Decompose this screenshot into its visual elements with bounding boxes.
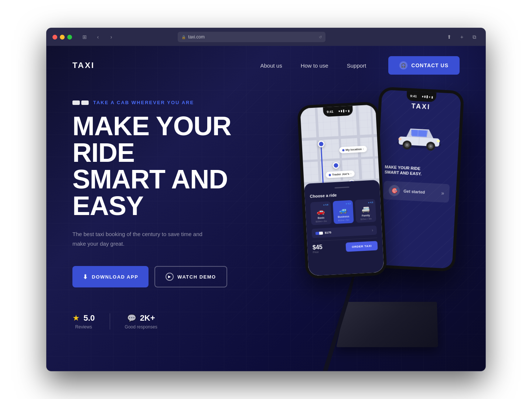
browser-nav: ⊞ ‹ › xyxy=(79,32,116,42)
choose-ride-title: Choose a ride xyxy=(310,191,375,199)
tab-overview-button[interactable]: ⧉ xyxy=(469,32,480,42)
phone-status-icons: ▾ ▮ xyxy=(338,109,349,113)
car-svg xyxy=(393,122,446,154)
nav-how-to-use[interactable]: How to use xyxy=(301,62,328,69)
ride-card-business[interactable]: ● 4.2 🚙 Business $12mi • 5m xyxy=(332,200,354,224)
addr-left: $175 xyxy=(316,231,331,235)
signal-1 xyxy=(338,110,340,112)
new-tab-button[interactable]: + xyxy=(457,32,467,42)
trader-label: Trader Joe's xyxy=(332,172,349,176)
forward-button[interactable]: › xyxy=(106,32,116,42)
ride-card-family[interactable]: ● 4.5 🚐 Family $15mi • 0m xyxy=(355,199,376,223)
ride-info-family: $15mi • 0m xyxy=(361,218,372,221)
order-label: Price xyxy=(313,250,323,253)
url-text: taxi.com xyxy=(188,34,205,40)
hero-title-line2: SMART AND EASY xyxy=(72,164,228,221)
back-button[interactable]: ‹ xyxy=(93,32,103,42)
watch-demo-button[interactable]: ▶ WATCH DEMO xyxy=(154,266,227,287)
phone2-time: 9:41 xyxy=(410,94,417,98)
taxi-dots-icon xyxy=(72,100,89,105)
ride-basic-rating: ● 4.8 xyxy=(323,204,328,206)
map-label-location: My location › xyxy=(339,146,367,153)
hero-title: MAKE YOUR RIDE SMART AND EASY xyxy=(72,113,279,219)
stat-rating: ★ 5.0 Reviews xyxy=(72,313,110,330)
order-row: $45 Price ORDER TAXI xyxy=(312,238,378,254)
tagline-row: TAKE A CAB WHEREVER YOU ARE xyxy=(72,100,279,105)
signal-2 xyxy=(341,110,342,112)
ride-type-basic: Basic xyxy=(318,216,325,219)
phone2-map-bg xyxy=(373,90,461,269)
contact-btn-label: CONTACT US xyxy=(411,62,449,68)
play-icon: ▶ xyxy=(166,273,174,281)
responses-value: 2K+ xyxy=(140,313,155,323)
download-label: DOWNLOAD APP xyxy=(92,274,139,280)
share-button[interactable]: ⬆ xyxy=(444,32,454,42)
get-started-text: Get started xyxy=(403,189,438,195)
maximize-button[interactable] xyxy=(67,35,72,40)
label-arrow-2: › xyxy=(350,172,351,175)
ride-family-rating: ● 4.5 xyxy=(368,201,373,204)
hero-tagline: TAKE A CAB WHEREVER YOU ARE xyxy=(93,100,194,105)
phone-time: 9:41 xyxy=(327,110,334,114)
map-pin-2 xyxy=(332,162,340,169)
addr-stripe xyxy=(316,232,323,235)
svg-rect-11 xyxy=(398,138,401,140)
lock-icon: 🔒 xyxy=(181,35,186,39)
signal-3 xyxy=(343,109,344,112)
phone2-status: ▾ ▮ xyxy=(422,95,433,99)
car-icon-basic: 🚗 xyxy=(317,207,325,216)
chat-icon: 💬 xyxy=(127,314,136,323)
label-arrow: › xyxy=(363,147,364,151)
reload-icon[interactable]: ↺ xyxy=(319,35,322,39)
svg-rect-2 xyxy=(411,130,418,136)
taxi-dot-1 xyxy=(72,100,80,105)
ride-type-business: Business xyxy=(338,215,349,218)
phone-pedestal xyxy=(336,302,438,347)
download-icon: ⬇ xyxy=(83,273,88,280)
phone2-car-illustration xyxy=(389,116,450,160)
site-content: TAXI About us How to use Support 🎧 CONTA… xyxy=(47,46,485,371)
contact-button[interactable]: 🎧 CONTACT US xyxy=(388,56,460,75)
phone-main: 9:41 ▾ ▮ xyxy=(297,102,387,279)
ride-options: ● 4.8 🚗 Basic $10mi • 2m ● 4.2 🚙 Busines… xyxy=(310,199,376,225)
address-price-row: $175 › xyxy=(311,226,377,238)
ride-info-business: $12mi • 5m xyxy=(338,219,349,222)
address-price: $175 xyxy=(325,231,331,235)
demo-label: WATCH DEMO xyxy=(177,274,216,280)
contact-icon: 🎧 xyxy=(399,61,407,69)
taxi-dot-2 xyxy=(81,100,89,105)
car-icon-business: 🚙 xyxy=(339,206,347,215)
nav-about[interactable]: About us xyxy=(260,62,282,69)
order-price-section: $45 Price xyxy=(313,244,323,253)
minimize-button[interactable] xyxy=(60,35,65,40)
phone2-notch: 9:41 ▾ ▮ xyxy=(406,91,436,102)
logo: TAXI xyxy=(72,61,95,70)
order-taxi-button[interactable]: ORDER TAXI xyxy=(346,241,378,252)
battery2-icon: ▮ xyxy=(431,95,433,99)
address-bar[interactable]: 🔒 taxi.com ↺ xyxy=(178,32,325,42)
nav-support[interactable]: Support xyxy=(347,62,366,69)
phone2-screen: TAXI xyxy=(373,90,461,269)
star-icon: ★ xyxy=(72,313,80,323)
svg-rect-10 xyxy=(437,140,440,142)
panel-handle xyxy=(335,187,349,188)
navbar: TAXI About us How to use Support 🎧 CONTA… xyxy=(47,46,485,85)
get-started-row[interactable]: 🎯 Get started » xyxy=(383,181,450,202)
sidebar-toggle[interactable]: ⊞ xyxy=(79,32,90,42)
traffic-lights xyxy=(52,35,72,40)
label-dot-2 xyxy=(329,174,331,176)
wifi2-icon: ▾ xyxy=(429,95,430,99)
signal2-2 xyxy=(424,96,425,98)
hero-section: TAKE A CAB WHEREVER YOU ARE MAKE YOUR RI… xyxy=(47,85,485,340)
rating-value: 5.0 xyxy=(83,313,95,323)
logo-text: TAXI xyxy=(72,61,95,70)
download-app-button[interactable]: ⬇ DOWNLOAD APP xyxy=(72,266,149,287)
addr-arrow: › xyxy=(372,228,373,232)
ride-info-basic: $10mi • 2m xyxy=(316,220,327,223)
stat-responses: 💬 2K+ Good responses xyxy=(110,313,157,330)
close-button[interactable] xyxy=(52,35,57,40)
responses-label: Good responses xyxy=(125,324,157,330)
map-pin-1 xyxy=(318,140,325,147)
hero-subtitle: The best taxi booking of the century to … xyxy=(72,229,213,248)
ride-card-basic[interactable]: ● 4.8 🚗 Basic $10mi • 2m xyxy=(310,201,332,225)
